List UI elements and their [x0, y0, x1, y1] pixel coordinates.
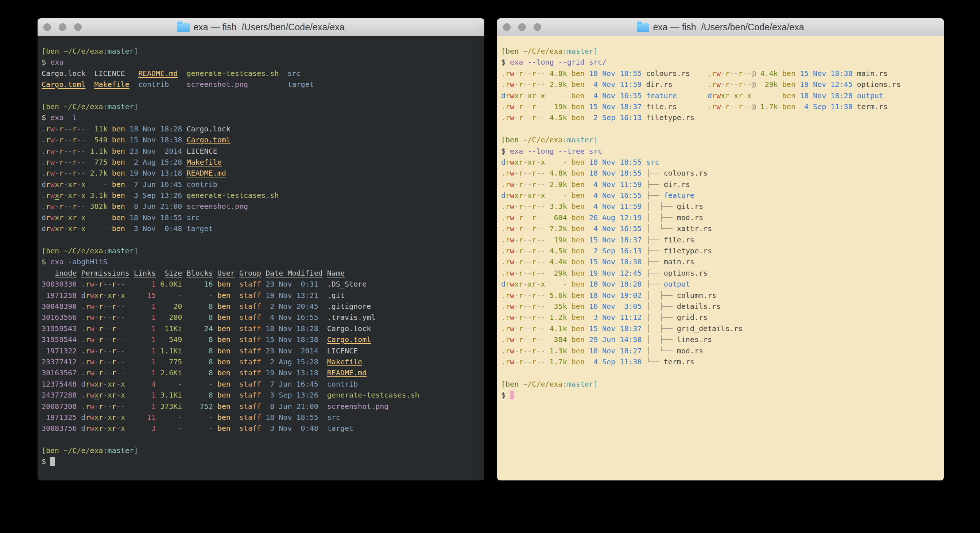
- terminal-line: .rw-r--r-- 4.8k ben 18 Nov 18:55 ├── col…: [501, 168, 941, 179]
- zoom-button[interactable]: [74, 23, 82, 31]
- terminal-screen-dark[interactable]: [ben ~/C/e/exa:master]$ exaCargo.lock LI…: [38, 36, 484, 480]
- traffic-lights: [503, 23, 541, 31]
- terminal-line: .rw-r--r-- 1.3k ben 18 Nov 18:27 │ └── m…: [501, 345, 941, 356]
- terminal-line: [ben ~/C/e/exa:master]: [501, 46, 941, 57]
- terminal-line: .rw-r--r-- 384 ben 29 Jun 14:50 │ ├── li…: [501, 334, 941, 345]
- terminal-line: $ exa: [41, 57, 481, 67]
- terminal-line: [41, 235, 481, 245]
- terminal-line: inode Permissions Links Size Blocks User…: [41, 268, 481, 279]
- terminal-line: 30163566 .rw-r--r-- 1 200 8 ben staff 4 …: [41, 312, 481, 323]
- terminal-window-light: exa — fish /Users/ben/Code/exa/exa [ben …: [497, 18, 944, 480]
- terminal-line: .rw-r--r-- 4.5k ben 2 Sep 16:13 ├── file…: [501, 245, 941, 256]
- terminal-line: .rw-r--r-- 4.4k ben 15 Nov 18:38 ├── mai…: [501, 256, 941, 267]
- terminal-line: [41, 90, 481, 101]
- titlebar[interactable]: exa — fish /Users/ben/Code/exa/exa: [38, 18, 484, 36]
- terminal-line: .rw-r--r-- 4.5k ben 2 Sep 16:13 filetype…: [501, 112, 941, 123]
- terminal-line: .rw-r--r-- 2.9k ben 4 Nov 11:59 dir.rs .…: [501, 79, 941, 90]
- terminal-line: drwxr-xr-x - ben 4 Nov 16:55 feature drw…: [501, 90, 941, 101]
- window-title: exa — fish /Users/ben/Code/exa/exa: [653, 22, 804, 32]
- terminal-line: $: [501, 389, 941, 401]
- cursor-block: [50, 457, 55, 466]
- terminal-line: $ exa --long --grid src/: [501, 57, 941, 67]
- terminal-line: 30083756 drwxr-xr-x 3 - - ben staff 3 No…: [41, 423, 481, 434]
- terminal-line: [ben ~/C/e/exa:master]: [501, 378, 941, 389]
- terminal-line: drwxr-xr-x - ben 18 Nov 18:55 src: [501, 156, 941, 168]
- close-button[interactable]: [43, 23, 51, 31]
- terminal-line: drwxr-xr-x - ben 4 Nov 16:55 ├── feature: [501, 190, 941, 201]
- terminal-line: 30030336 .rw-r--r-- 1 6.0Ki 16 ben staff…: [41, 279, 481, 289]
- terminal-line: 1971258 drwxr-xr-x 15 - - ben staff 19 N…: [41, 290, 481, 301]
- minimize-button[interactable]: [59, 23, 66, 31]
- desktop: { "page_bg": "#000000", "chrome": { "tit…: [0, 0, 980, 533]
- terminal-line: 30048390 .rw-r--r-- 1 20 8 ben staff 2 N…: [41, 301, 481, 312]
- terminal-line: .rw-r--r-- 19k ben 15 Nov 18:37 ├── file…: [501, 235, 941, 245]
- terminal-line: 20087308 .rw-r--r-- 1 373Ki 752 ben staf…: [41, 401, 481, 412]
- terminal-line: $ exa --long --tree src: [501, 146, 941, 156]
- terminal-screen-light[interactable]: [ben ~/C/e/exa:master]$ exa --long --gri…: [497, 36, 944, 480]
- terminal-line: [ben ~/C/e/exa:master]: [41, 101, 481, 112]
- terminal-line: [ben ~/C/e/exa:master]: [41, 245, 481, 256]
- terminal-line: .rw-r--r-- 2.9k ben 4 Nov 11:59 ├── dir.…: [501, 179, 941, 190]
- zoom-button[interactable]: [534, 23, 541, 31]
- terminal-line: [ben ~/C/e/exa:master]: [501, 134, 941, 145]
- terminal-line: [41, 434, 481, 445]
- terminal-line: 12375448 drwxr-xr-x 4 - - ben staff 7 Ju…: [41, 378, 481, 389]
- terminal-line: Cargo.toml Makefile contrib screenshot.p…: [41, 79, 481, 90]
- terminal-line: 31959544 .rw-r--r-- 1 549 8 ben staff 15…: [41, 334, 481, 345]
- terminal-line: 30163567 .rw-r--r-- 1 2.6Ki 8 ben staff …: [41, 367, 481, 378]
- terminal-line: .rw-r--r-- 1.7k ben 4 Sep 11:30 └── term…: [501, 356, 941, 367]
- terminal-line: .rw-r--r-- 7.2k ben 4 Nov 16:55 │ └── xa…: [501, 223, 941, 234]
- terminal-line: 24377288 .rwxr-xr-x 1 3.1Ki 8 ben staff …: [41, 389, 481, 401]
- terminal-line: 23377412 .rw-r--r-- 1 775 8 ben staff 2 …: [41, 356, 481, 367]
- terminal-line: 1971325 drwxr-xr-x 11 - - ben staff 18 N…: [41, 412, 481, 423]
- terminal-line: [ben ~/C/e/exa:master]: [41, 46, 481, 57]
- terminal-line: .rw-r--r-- 4.1k ben 15 Nov 18:37 │ ├── g…: [501, 323, 941, 334]
- terminal-line: .rw-r--r-- 604 ben 26 Aug 12:19 │ ├── mo…: [501, 212, 941, 223]
- terminal-line: 1971322 .rw-r--r-- 1 1.1Ki 8 ben staff 2…: [41, 345, 481, 356]
- terminal-line: .rw-r--r-- 5.6k ben 18 Nov 19:02 │ ├── c…: [501, 290, 941, 301]
- terminal-line: [501, 123, 941, 134]
- folder-icon: [177, 23, 190, 32]
- terminal-line: .rw-r--r-- 1.1k ben 23 Nov 2014 LICENCE: [41, 146, 481, 156]
- folder-icon: [637, 23, 649, 32]
- terminal-line: .rw-r--r-- 35k ben 16 Nov 3:05 │ ├── det…: [501, 301, 941, 312]
- terminal-line: .rw-r--r-- 19k ben 15 Nov 18:37 file.rs …: [501, 101, 941, 112]
- terminal-line: .rw-r--r-- 4.8k ben 18 Nov 18:55 colours…: [501, 68, 941, 79]
- cursor-block: [510, 391, 514, 399]
- terminal-line: Cargo.lock LICENCE README.md generate-te…: [41, 68, 481, 79]
- terminal-line: 31959543 .rw-r--r-- 1 11Ki 24 ben staff …: [41, 323, 481, 334]
- terminal-line: .rw-r--r-- 1.2k ben 3 Nov 11:12 │ ├── gr…: [501, 312, 941, 323]
- terminal-line: $ exa -l: [41, 112, 481, 123]
- close-button[interactable]: [503, 23, 511, 31]
- terminal-line: drwxr-xr-x - ben 7 Jun 16:45 contrib: [41, 179, 481, 190]
- terminal-line: .rw-r--r-- 29k ben 19 Nov 12:45 ├── opti…: [501, 268, 941, 279]
- terminal-line: .rw-r--r-- 382k ben 8 Jun 21:00 screensh…: [41, 201, 481, 212]
- terminal-line: .rw-r--r-- 3.3k ben 4 Nov 11:59 │ ├── gi…: [501, 201, 941, 212]
- terminal-line: $: [41, 456, 481, 467]
- window-title: exa — fish /Users/ben/Code/exa/exa: [193, 22, 344, 32]
- minimize-button[interactable]: [518, 23, 526, 31]
- terminal-window-dark: exa — fish /Users/ben/Code/exa/exa [ben …: [38, 18, 484, 480]
- terminal-line: .rwxr-xr-x 3.1k ben 3 Sep 13:26 generate…: [41, 190, 481, 201]
- terminal-line: .rw-r--r-- 775 ben 2 Aug 15:28 Makefile: [41, 156, 481, 168]
- terminal-line: drwxr-xr-x - ben 3 Nov 0:48 target: [41, 223, 481, 234]
- terminal-line: .rw-r--r-- 2.7k ben 19 Nov 13:18 README.…: [41, 168, 481, 179]
- terminal-line: .rw-r--r-- 549 ben 15 Nov 18:38 Cargo.to…: [41, 134, 481, 145]
- terminal-line: drwxr-xr-x - ben 18 Nov 18:28 ├── output: [501, 279, 941, 289]
- traffic-lights: [43, 23, 82, 31]
- terminal-line: drwxr-xr-x - ben 18 Nov 18:55 src: [41, 212, 481, 223]
- terminal-line: .rw-r--r-- 11k ben 18 Nov 18:28 Cargo.lo…: [41, 123, 481, 134]
- terminal-line: [501, 367, 941, 378]
- terminal-line: $ exa -abghHliS: [41, 256, 481, 267]
- titlebar[interactable]: exa — fish /Users/ben/Code/exa/exa: [497, 18, 944, 36]
- terminal-line: [ben ~/C/e/exa:master]: [41, 445, 481, 456]
